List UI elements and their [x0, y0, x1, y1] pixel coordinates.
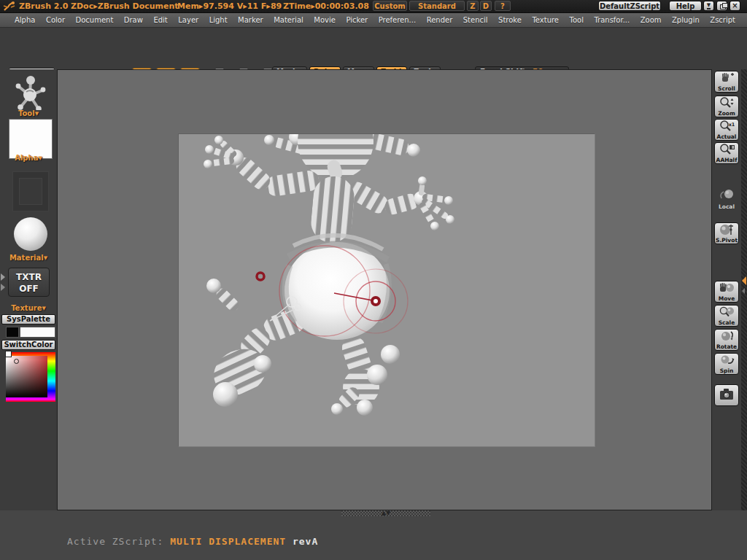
active-zscript-status: Active ZScript: MULTI DISPLACEMENT revA: [67, 536, 318, 547]
color-picker[interactable]: [6, 352, 55, 402]
scale-view-button[interactable]: Scale: [714, 305, 739, 327]
move-hand-sphere-icon: [718, 281, 735, 295]
zbrush-logo-icon: [2, 1, 16, 12]
picker-dot-marker: [14, 359, 19, 364]
restore-icon: [720, 4, 726, 9]
zbrush-window: ZBrush 2.0 ZDoc▸ZBrush Document Mem▸97.5…: [0, 0, 747, 560]
canvas-splitter-handle[interactable]: ▲ ▼: [341, 510, 430, 516]
chevron-down-icon: ▼: [42, 306, 45, 311]
splitter-down-icon: ▼: [386, 510, 390, 516]
alpha-palette-label[interactable]: Alpha▼: [0, 154, 57, 162]
left-tool-panel: Tool▼ Alpha▼ Material▼ TXTR OFF Texture▼…: [0, 69, 57, 510]
rotate-view-button[interactable]: Rotate: [714, 329, 739, 351]
menu-item[interactable]: Render: [427, 16, 453, 24]
syspalette-button[interactable]: SysPalette: [1, 314, 55, 324]
actual-size-button[interactable]: x1 Actual: [714, 119, 739, 141]
right-tray-divider[interactable]: [741, 69, 747, 510]
menu-item[interactable]: Layer: [178, 16, 198, 24]
z-button[interactable]: Z: [467, 1, 479, 11]
menu-item[interactable]: Material: [274, 16, 303, 24]
set-pivot-icon: [718, 223, 735, 236]
standard-ui-button[interactable]: Standard: [409, 1, 465, 11]
collapse-window-button[interactable]: ▼: [703, 1, 714, 11]
title-bar: ZBrush 2.0 ZDoc▸ZBrush Document Mem▸97.5…: [0, 0, 747, 13]
alpha-thumbnail[interactable]: [9, 119, 53, 159]
document-name: ZDoc▸ZBrush Document: [71, 1, 179, 11]
menu-item[interactable]: Preferen...: [379, 16, 417, 24]
local-sphere-icon: [718, 188, 735, 201]
bottom-strip: ▲ ▼: [0, 510, 747, 560]
menu-bar: AlphaColorDocumentDrawEditLayerLightMark…: [0, 13, 747, 28]
menu-item[interactable]: Edit: [153, 16, 167, 24]
restore-window-button[interactable]: [716, 1, 727, 11]
menu-item[interactable]: Transfor...: [594, 16, 630, 24]
panel-splitter-arrow-icon[interactable]: [1, 273, 5, 281]
document-viewport[interactable]: [178, 133, 595, 447]
menu-item[interactable]: Zoom: [640, 16, 662, 24]
current-tool-thumbnail[interactable]: [12, 74, 48, 110]
menu-item[interactable]: Tool: [570, 16, 584, 24]
texture-thumbnail[interactable]: [12, 171, 49, 211]
menu-item[interactable]: Marker: [238, 16, 263, 24]
menu-item[interactable]: Color: [46, 16, 65, 24]
menu-item[interactable]: Alpha: [15, 16, 35, 24]
canvas-area[interactable]: [57, 69, 712, 510]
status-prefix: Active ZScript:: [67, 536, 163, 547]
menu-item[interactable]: Light: [209, 16, 228, 24]
scale-magnifier-sphere-icon: [718, 306, 735, 319]
app-title: ZBrush 2.0: [19, 1, 68, 11]
default-zscript-button[interactable]: DefaultZScript: [598, 1, 661, 11]
menu-item[interactable]: Picker: [346, 16, 368, 24]
aahalf-button[interactable]: AAHalf: [714, 142, 739, 164]
texture-palette-label[interactable]: Texture▼: [0, 304, 57, 312]
snapshot-button[interactable]: [714, 384, 739, 406]
texture-off-button[interactable]: TXTR OFF: [8, 268, 50, 297]
menu-item[interactable]: Zplugin: [672, 16, 700, 24]
material-palette-label[interactable]: Material▼: [0, 254, 57, 262]
secondary-color-swatch[interactable]: [6, 327, 19, 338]
tray-arrow-icon: [742, 288, 745, 294]
zoom-magnifier-icon: [719, 96, 735, 109]
help-question-button[interactable]: ?: [495, 1, 511, 11]
menu-item[interactable]: Stroke: [498, 16, 522, 24]
local-button[interactable]: Local: [714, 188, 739, 210]
zscript-revision: revA: [293, 536, 318, 547]
tray-collapse-arrow-icon[interactable]: [742, 276, 746, 285]
scroll-button[interactable]: Scroll: [714, 71, 739, 93]
right-view-tray: Scroll Zoom x1 Actual: [712, 69, 741, 510]
chevron-down-icon: ▼: [38, 155, 42, 161]
creature-model: [179, 134, 595, 446]
ztime-readout: ZTime▸00:00:03.08: [283, 1, 369, 11]
menu-item[interactable]: Movie: [314, 16, 336, 24]
help-button[interactable]: Help: [669, 1, 702, 11]
aahalf-magnifier-icon: [719, 143, 735, 156]
move-view-button[interactable]: Move: [714, 281, 739, 303]
saturation-square[interactable]: [6, 356, 47, 397]
menu-item[interactable]: Stencil: [463, 16, 488, 24]
switchcolor-button[interactable]: SwitchColor: [1, 340, 55, 350]
scroll-hand-icon: [719, 71, 735, 85]
menu-item[interactable]: Draw: [124, 16, 143, 24]
chevron-down-icon: ▼: [35, 111, 39, 117]
svg-text:x1: x1: [729, 122, 735, 128]
camera-icon: [718, 387, 735, 402]
close-window-button[interactable]: ×: [729, 1, 740, 11]
picker-cursor[interactable]: [5, 351, 12, 357]
menu-item[interactable]: Document: [76, 16, 114, 24]
tool-palette-label[interactable]: Tool▼: [0, 109, 57, 117]
menu-item[interactable]: Zscript: [710, 16, 735, 24]
d-button[interactable]: D: [480, 1, 492, 11]
primary-color-swatch[interactable]: [20, 327, 55, 338]
custom-ui-button[interactable]: Custom: [373, 1, 407, 11]
close-icon: ×: [732, 1, 738, 9]
set-pivot-button[interactable]: S.Pivot: [714, 222, 739, 244]
collapse-icon: ▼: [707, 2, 711, 9]
actual-magnifier-icon: x1: [719, 120, 735, 133]
material-preview-sphere[interactable]: [14, 217, 47, 251]
zoom-button[interactable]: Zoom: [714, 96, 739, 117]
zscript-name: MULTI DISPLACEMENT: [170, 536, 286, 547]
chevron-down-icon: ▼: [44, 255, 47, 261]
panel-splitter-arrow-icon[interactable]: [1, 284, 5, 291]
spin-view-button[interactable]: Spin: [714, 353, 739, 375]
menu-item[interactable]: Texture: [532, 16, 559, 24]
